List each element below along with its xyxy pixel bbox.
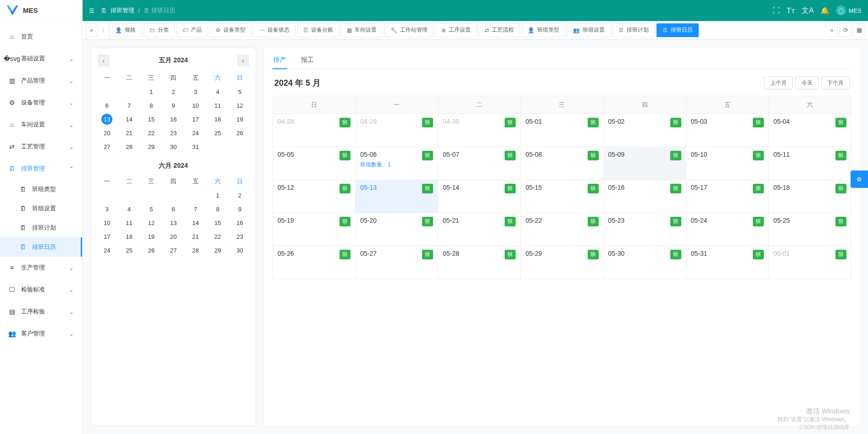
mini-day[interactable]: 27 xyxy=(162,243,184,257)
sidebar-item-4[interactable]: ⌂车间设置⌄ xyxy=(0,114,82,136)
tabs-scroll-left[interactable]: « xyxy=(85,23,97,37)
mini-day[interactable]: 27 xyxy=(96,140,118,154)
calendar-cell[interactable]: 05-23班 xyxy=(603,213,686,246)
mini-day[interactable]: 29 xyxy=(206,243,228,257)
calendar-cell[interactable]: 05-28班 xyxy=(438,246,520,279)
sidebar-item-6[interactable]: 🗓排班管理⌄ xyxy=(0,158,82,180)
mini-day[interactable]: 8 xyxy=(206,202,228,216)
mini-day[interactable]: 11 xyxy=(206,99,228,112)
tab-4[interactable]: ⋯设备状态 xyxy=(253,23,295,37)
mini-day[interactable]: 4 xyxy=(206,85,228,99)
mini-day[interactable]: 15 xyxy=(140,112,162,126)
mini-day[interactable]: 8 xyxy=(140,99,162,112)
mini-day[interactable]: 2 xyxy=(162,85,184,99)
tab-13[interactable]: 🗓排班日历 xyxy=(657,23,699,37)
calendar-cell[interactable]: 05-09班 xyxy=(603,147,686,180)
mini-day[interactable]: 7 xyxy=(118,99,140,112)
tab-11[interactable]: 👥班组设置 xyxy=(567,23,611,37)
mini-day[interactable]: 21 xyxy=(118,126,140,140)
sidebar-item-5[interactable]: ⇄工艺管理⌄ xyxy=(0,136,82,158)
mini-day[interactable]: 10 xyxy=(96,216,118,230)
tab-3[interactable]: ⚙设备类型 xyxy=(210,23,251,37)
sidebar-child-6-3[interactable]: 🗓排班日历 xyxy=(0,237,82,257)
mini-day[interactable]: 16 xyxy=(229,216,251,230)
mini-prev[interactable]: ‹ xyxy=(98,55,110,66)
mini-day[interactable]: 15 xyxy=(206,216,228,230)
mini-day[interactable]: 6 xyxy=(96,99,118,112)
mini-day[interactable]: 24 xyxy=(96,243,118,257)
mini-day[interactable]: 11 xyxy=(118,216,140,230)
sidebar-item-1[interactable]: �svg基础设置⌄ xyxy=(0,48,82,70)
sidebar-item-9[interactable]: ▤工序检验⌄ xyxy=(0,301,82,323)
calendar-cell[interactable]: 05-17班 xyxy=(686,180,768,213)
mini-day[interactable]: 9 xyxy=(162,99,184,112)
calendar-cell[interactable]: 05-05班 xyxy=(273,147,355,180)
sidebar-item-3[interactable]: ⚙设备管理⌄ xyxy=(0,92,82,114)
calendar-cell[interactable]: 05-12班 xyxy=(273,180,355,213)
calendar-cell[interactable]: 05-19班 xyxy=(273,213,355,246)
today-button[interactable]: 今天 xyxy=(796,77,818,89)
calendar-cell[interactable]: 05-26班 xyxy=(273,246,355,279)
mini-day[interactable]: 4 xyxy=(118,202,140,216)
mini-day[interactable]: 24 xyxy=(184,126,206,140)
tab-6[interactable]: ▦车间设置 xyxy=(341,23,383,37)
mini-day[interactable]: 9 xyxy=(229,202,251,216)
tab-5[interactable]: ☰设备台账 xyxy=(297,23,339,37)
tabs-more[interactable]: ▦ xyxy=(853,23,865,37)
calendar-cell[interactable]: 05-31班 xyxy=(686,246,768,279)
mini-next[interactable]: › xyxy=(237,55,249,66)
mini-day[interactable]: 13 xyxy=(162,216,184,230)
mini-day[interactable]: 22 xyxy=(206,230,228,243)
collapse-sidebar-icon[interactable]: ☰ xyxy=(89,7,95,14)
mini-day[interactable]: 2 xyxy=(229,188,251,202)
mini-day[interactable]: 28 xyxy=(118,140,140,154)
mini-day[interactable]: 26 xyxy=(140,243,162,257)
calendar-cell[interactable]: 05-14班 xyxy=(438,180,520,213)
calendar-cell[interactable]: 05-04班 xyxy=(768,114,851,147)
calendar-cell[interactable]: 05-16班 xyxy=(603,180,686,213)
mini-day[interactable]: 31 xyxy=(184,140,206,154)
mini-day[interactable]: 20 xyxy=(162,230,184,243)
mini-day[interactable]: 5 xyxy=(140,202,162,216)
tab-0[interactable]: 👤规格 xyxy=(109,23,142,37)
tab-7[interactable]: 🔧工作站管理 xyxy=(384,23,434,37)
mini-day[interactable]: 23 xyxy=(229,230,251,243)
mini-day[interactable]: 25 xyxy=(206,126,228,140)
calendar-cell[interactable]: 04-30班 xyxy=(438,114,520,147)
mini-day[interactable]: 1 xyxy=(206,188,228,202)
sidebar-item-0[interactable]: ⌂首页 xyxy=(0,26,82,48)
mini-day[interactable]: 17 xyxy=(184,112,206,126)
calendar-cell[interactable]: 04-28班 xyxy=(273,114,355,147)
mini-day[interactable]: 18 xyxy=(206,112,228,126)
mini-day[interactable]: 20 xyxy=(96,126,118,140)
calendar-cell[interactable]: 05-13班 xyxy=(355,180,438,213)
sidebar-child-6-0[interactable]: 🗓班组类型 xyxy=(0,180,82,199)
mini-day[interactable]: 30 xyxy=(162,140,184,154)
calendar-cell[interactable]: 05-11班 xyxy=(768,147,851,180)
user-menu[interactable]: ◯ MES xyxy=(836,5,862,16)
sidebar-child-6-2[interactable]: 🗓排班计划 xyxy=(0,218,82,237)
calendar-cell[interactable]: 05-02班 xyxy=(603,114,686,147)
mini-day[interactable]: 7 xyxy=(184,202,206,216)
calendar-cell[interactable]: 05-29班 xyxy=(520,246,603,279)
mini-day[interactable]: 6 xyxy=(162,202,184,216)
prev-month-button[interactable]: 上个月 xyxy=(764,77,793,89)
mini-day[interactable]: 29 xyxy=(140,140,162,154)
mini-day[interactable]: 3 xyxy=(184,85,206,99)
next-month-button[interactable]: 下个月 xyxy=(821,77,850,89)
settings-float-button[interactable]: ⚙ xyxy=(851,170,868,188)
calendar-cell[interactable]: 05-21班 xyxy=(438,213,520,246)
calendar-cell[interactable]: 05-27班 xyxy=(355,246,438,279)
mini-day[interactable]: 12 xyxy=(229,99,251,112)
calendar-cell[interactable]: 05-25班 xyxy=(768,213,851,246)
tab-1[interactable]: 🗀分类 xyxy=(144,23,175,37)
calendar-cell[interactable]: 05-03班 xyxy=(686,114,768,147)
mini-day[interactable]: 30 xyxy=(229,243,251,257)
font-size-icon[interactable]: Tᴛ xyxy=(786,6,795,15)
fullscreen-icon[interactable]: ⛶ xyxy=(773,6,780,15)
subtab-1[interactable]: 报工 xyxy=(300,52,315,69)
logo[interactable]: MES xyxy=(0,0,82,21)
calendar-cell[interactable]: 05-22班 xyxy=(520,213,603,246)
bell-icon[interactable]: 🔔 xyxy=(820,6,829,15)
sidebar-item-7[interactable]: ≡生产管理⌄ xyxy=(0,257,82,279)
